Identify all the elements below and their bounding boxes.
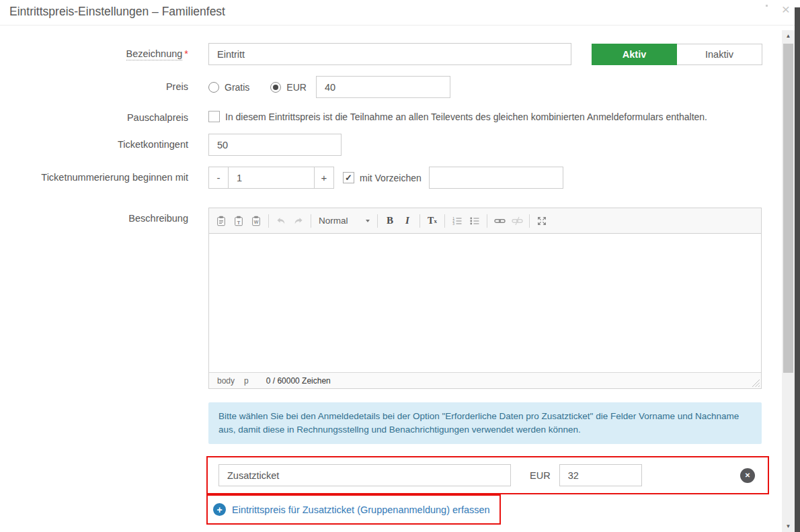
- eur-radio[interactable]: [270, 82, 281, 93]
- bold-button[interactable]: B: [381, 212, 399, 230]
- paste-button[interactable]: [212, 212, 230, 230]
- dialog-header: Eintrittspreis-Einstellungen – Familienf…: [0, 0, 795, 26]
- header-dot: [766, 5, 768, 7]
- scroll-down-arrow-icon[interactable]: ▼: [782, 521, 795, 532]
- scrollbar-thumb[interactable]: [783, 44, 793, 373]
- stepper-minus-button[interactable]: -: [208, 167, 229, 189]
- vertical-scrollbar[interactable]: ▲ ▼: [782, 30, 795, 532]
- row-pauschalpreis: Pauschalpreis In diesem Eintrittspreis i…: [0, 111, 782, 123]
- zusatzticket-row: EUR ✕: [206, 456, 769, 494]
- stepper-value[interactable]: 1: [229, 167, 314, 189]
- eur-radio-label[interactable]: EUR: [286, 82, 307, 93]
- element-path-body[interactable]: body: [217, 376, 235, 386]
- vorzeichen-checkbox[interactable]: ✓: [343, 172, 354, 183]
- bulleted-list-button[interactable]: [466, 212, 483, 230]
- toolbar-separator: [529, 214, 530, 228]
- row-ticketkontingent: Ticketkontingent: [0, 134, 782, 156]
- toolbar-separator: [377, 214, 378, 228]
- bulleted-list-icon: [469, 216, 480, 226]
- svg-text:W: W: [254, 220, 259, 224]
- maximize-icon: [536, 216, 547, 226]
- svg-text:3: 3: [452, 222, 454, 226]
- link-button[interactable]: [491, 212, 508, 230]
- pauschalpreis-label: Pauschalpreis: [0, 111, 188, 123]
- ticketnumber-stepper: - 1 +: [208, 167, 334, 189]
- row-ticketnummerierung: Ticketnummerierung beginnen mit - 1 + ✓ …: [0, 167, 782, 189]
- maximize-button[interactable]: [533, 212, 551, 230]
- required-asterisk: *: [184, 48, 188, 59]
- format-dropdown-value: Normal: [319, 216, 360, 226]
- page-edge: [795, 7, 800, 532]
- ticketkontingent-input[interactable]: [208, 134, 342, 156]
- paste-from-word-button[interactable]: W: [247, 212, 265, 230]
- close-icon[interactable]: ×: [776, 0, 795, 19]
- scroll-up-arrow-icon[interactable]: ▲: [782, 30, 795, 42]
- editor-status-bar: body p 0 / 60000 Zeichen: [209, 372, 761, 388]
- ticketkontingent-label: Ticketkontingent: [0, 134, 188, 150]
- undo-button[interactable]: [272, 212, 290, 230]
- zusatzticket-name-input[interactable]: [218, 464, 511, 486]
- char-count: 0 / 60000 Zeichen: [266, 376, 331, 386]
- add-zusatzticket-row: + Eintrittspreis für Zusatzticket (Grupp…: [206, 494, 501, 525]
- pauschalpreis-checkbox-label[interactable]: In diesem Eintrittspreis ist die Teilnah…: [225, 112, 707, 122]
- dialog-body: Bezeichnung* Aktiv Inaktiv Preis Gratis …: [0, 26, 782, 525]
- preis-amount-input[interactable]: [316, 76, 450, 98]
- info-box: Bitte wählen Sie bei den Anmeldedetails …: [208, 402, 762, 444]
- resize-handle-icon[interactable]: [752, 380, 760, 387]
- row-preis: Preis Gratis EUR: [0, 76, 782, 98]
- editor-content-area[interactable]: [209, 234, 761, 372]
- vorzeichen-input[interactable]: [429, 167, 563, 189]
- toolbar-separator: [311, 214, 311, 228]
- element-path-p[interactable]: p: [244, 376, 249, 386]
- zusatzticket-currency-label: EUR: [530, 470, 551, 481]
- paragraph-format-dropdown[interactable]: Normal: [315, 216, 374, 226]
- status-toggle: Aktiv Inaktiv: [592, 44, 762, 65]
- aktiv-button[interactable]: Aktiv: [592, 44, 677, 65]
- redo-icon: [293, 216, 304, 226]
- gratis-radio-label[interactable]: Gratis: [225, 82, 249, 93]
- unlink-button[interactable]: [508, 212, 526, 230]
- link-icon: [494, 216, 506, 226]
- paste-from-word-icon: W: [251, 216, 262, 226]
- toolbar-separator: [419, 214, 420, 228]
- paste-icon: [216, 216, 227, 226]
- bezeichnung-label: Bezeichnung*: [0, 43, 188, 59]
- row-bezeichnung: Bezeichnung* Aktiv Inaktiv: [0, 43, 782, 65]
- gratis-radio[interactable]: [208, 82, 219, 93]
- toolbar-separator: [268, 214, 269, 228]
- add-zusatzticket-link[interactable]: Eintrittspreis für Zusatzticket (Gruppen…: [232, 504, 490, 515]
- remove-format-button[interactable]: Tx: [424, 212, 441, 230]
- redo-button[interactable]: [290, 212, 307, 230]
- editor-toolbar: T W: [209, 208, 761, 234]
- ticketnummerierung-label: Ticketnummerierung beginnen mit: [0, 167, 188, 183]
- zusatzticket-price-input[interactable]: [559, 464, 642, 486]
- italic-button[interactable]: I: [399, 212, 416, 230]
- plus-circle-icon[interactable]: +: [213, 503, 226, 516]
- dialog-title: Eintrittspreis-Einstellungen – Familienf…: [9, 5, 225, 19]
- stepper-plus-button[interactable]: +: [314, 167, 334, 189]
- preis-label: Preis: [0, 76, 188, 92]
- svg-text:T: T: [237, 219, 241, 225]
- beschreibung-label: Beschreibung: [0, 208, 188, 224]
- undo-icon: [276, 216, 286, 226]
- remove-zusatzticket-button[interactable]: ✕: [740, 468, 755, 483]
- unlink-icon: [512, 216, 523, 226]
- row-beschreibung: Beschreibung T: [0, 208, 782, 389]
- chevron-down-icon: [366, 220, 370, 222]
- vorzeichen-checkbox-label[interactable]: mit Vorzeichen: [360, 173, 422, 183]
- inaktiv-button[interactable]: Inaktiv: [677, 44, 762, 65]
- pauschalpreis-checkbox[interactable]: [208, 111, 220, 122]
- richtext-editor: T W: [208, 208, 762, 389]
- paste-as-plain-text-icon: T: [233, 216, 244, 226]
- toolbar-separator: [487, 214, 487, 228]
- numbered-list-button[interactable]: 1 2 3: [448, 212, 466, 230]
- toolbar-separator: [444, 214, 445, 228]
- bezeichnung-input[interactable]: [208, 43, 571, 65]
- paste-as-plain-text-button[interactable]: T: [230, 212, 247, 230]
- numbered-list-icon: 1 2 3: [452, 216, 463, 226]
